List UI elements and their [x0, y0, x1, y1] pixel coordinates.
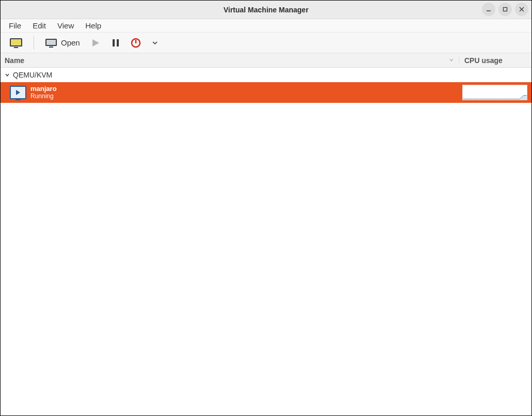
new-vm-button[interactable]: [6, 35, 26, 51]
menu-view[interactable]: View: [52, 20, 79, 32]
menubar: File Edit View Help: [1, 19, 531, 33]
vm-name: manjaro: [30, 85, 57, 93]
shutdown-button[interactable]: [128, 36, 144, 50]
open-label: Open: [61, 38, 80, 47]
svg-rect-6: [14, 47, 18, 48]
close-button[interactable]: [515, 3, 528, 16]
run-button[interactable]: [87, 36, 104, 50]
toolbar: Open: [1, 33, 531, 53]
vm-row[interactable]: manjaro Running: [1, 82, 531, 103]
window-title: Virtual Machine Manager: [224, 6, 309, 14]
svg-marker-10: [92, 39, 99, 47]
play-icon: [90, 38, 101, 48]
menu-file[interactable]: File: [4, 20, 26, 32]
svg-rect-11: [113, 39, 115, 47]
column-name-label: Name: [5, 56, 24, 65]
svg-rect-9: [49, 47, 53, 48]
vm-tree: QEMU/KVM manjaro Running: [1, 68, 531, 103]
column-cpu-label: CPU usage: [464, 56, 503, 65]
power-icon: [131, 38, 141, 48]
column-headers: Name CPU usage: [1, 53, 531, 68]
vm-status: Running: [30, 93, 57, 100]
close-icon: [519, 6, 525, 12]
menu-help[interactable]: Help: [80, 20, 106, 32]
expand-caret-icon[interactable]: [4, 71, 11, 79]
svg-rect-5: [11, 39, 21, 45]
titlebar: Virtual Machine Manager: [1, 1, 531, 19]
pause-button[interactable]: [108, 36, 123, 50]
monitor-icon: [44, 38, 58, 48]
maximize-icon: [502, 6, 508, 12]
pause-icon: [111, 38, 120, 48]
vm-console-thumbnail-icon: [10, 86, 26, 99]
minimize-button[interactable]: [482, 3, 495, 16]
shutdown-menu-button[interactable]: [148, 37, 162, 49]
maximize-button[interactable]: [498, 3, 512, 16]
vm-info: manjaro Running: [30, 85, 57, 100]
connection-label: QEMU/KVM: [13, 71, 52, 79]
svg-rect-1: [504, 8, 507, 11]
column-cpu[interactable]: CPU usage: [459, 56, 531, 65]
svg-rect-12: [117, 39, 119, 47]
minimize-icon: [486, 6, 492, 12]
new-vm-icon: [9, 37, 23, 49]
sort-indicator-icon: [448, 56, 455, 65]
window-controls: [482, 3, 528, 16]
toolbar-separator: [34, 36, 34, 50]
menu-edit[interactable]: Edit: [27, 20, 51, 32]
svg-rect-8: [46, 40, 56, 45]
chevron-down-icon: [151, 39, 159, 47]
column-name[interactable]: Name: [1, 56, 459, 65]
cpu-sparkline: [462, 85, 527, 100]
open-console-button[interactable]: Open: [41, 36, 83, 50]
connection-row[interactable]: QEMU/KVM: [1, 68, 531, 82]
